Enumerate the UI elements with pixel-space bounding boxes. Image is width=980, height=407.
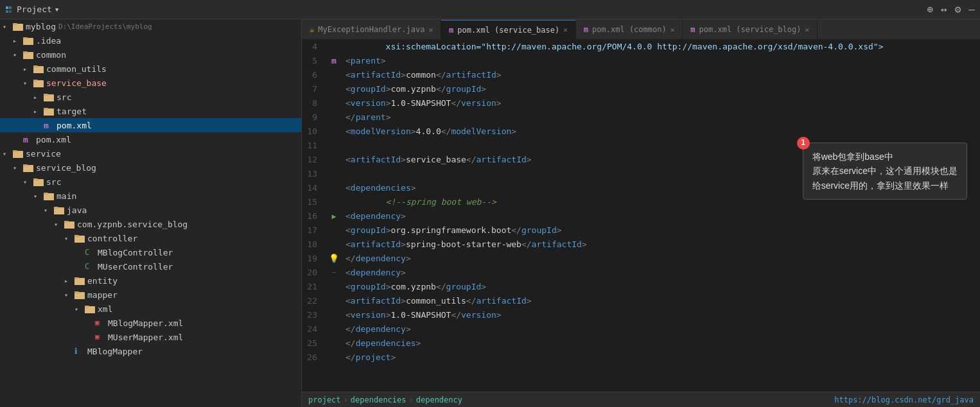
minimize-icon[interactable]: — xyxy=(968,3,975,15)
editor-content: 4567891011121314151617181920212223242526… xyxy=(302,40,980,392)
tree-item-service_blog[interactable]: ▾service_blog xyxy=(0,160,301,175)
code-line: xsi:schemaLocation="http://maven.apache.… xyxy=(346,40,980,54)
tab-close-icon[interactable]: ✕ xyxy=(428,26,433,34)
line-number: 22 xyxy=(302,294,322,308)
tab-tab-pom-service-base[interactable]: mpom.xml (service_base)✕ xyxy=(441,20,576,39)
tree-item-service[interactable]: ▾service xyxy=(0,146,301,160)
tree-item-myblog-root[interactable]: ▾myblogD:\IdeaProjects\myblog xyxy=(0,19,301,33)
line-number: 4 xyxy=(302,40,322,54)
gutter-cell xyxy=(328,82,340,96)
tree-arrow: ▾ xyxy=(33,193,44,200)
tree-item-java[interactable]: ▾java xyxy=(0,203,301,217)
tree-item-service_base[interactable]: ▾service_base xyxy=(0,76,301,90)
svg-rect-2 xyxy=(6,10,8,13)
svg-rect-39 xyxy=(54,207,58,209)
tree-item-controller[interactable]: ▾controller xyxy=(0,231,301,245)
tree-item-pom_xml_selected[interactable]: mpom.xml xyxy=(0,118,301,132)
svg-rect-9 xyxy=(23,37,28,39)
svg-rect-33 xyxy=(33,178,38,180)
tree-item-mblog_ctrl[interactable]: CMBlogController xyxy=(0,245,301,259)
project-title[interactable]: Project ▾ xyxy=(5,4,60,14)
code-line: <groupId>org.springframework.boot</group… xyxy=(346,223,980,238)
gutter-run-icon[interactable]: ▶ xyxy=(328,209,340,223)
tree-item-muser_ctrl[interactable]: CMUserController xyxy=(0,259,301,273)
tree-arrow: ▾ xyxy=(64,291,74,299)
project-dropdown-icon[interactable]: ▾ xyxy=(55,4,60,14)
folder-icon xyxy=(23,50,33,59)
tree-item-label: main xyxy=(57,191,76,201)
tree-item-idea[interactable]: ▸.idea xyxy=(0,33,301,48)
tree-item-mblog_mapper_xml[interactable]: ▣MBlogMapper.xml xyxy=(0,316,301,330)
main-layout: ▾myblogD:\IdeaProjects\myblog▸.idea▾comm… xyxy=(0,19,980,407)
code-line: <modelVersion>4.0.0</modelVersion> xyxy=(346,125,980,139)
tree-item-target[interactable]: ▸target xyxy=(0,104,301,118)
breadcrumb-part[interactable]: dependency xyxy=(416,395,462,404)
svg-rect-26 xyxy=(13,152,23,158)
tree-item-src[interactable]: ▸src xyxy=(0,90,301,104)
code-line: <dependency> xyxy=(346,209,980,223)
tree-item-main[interactable]: ▾main xyxy=(0,189,301,203)
svg-rect-24 xyxy=(44,108,48,110)
code-area[interactable]: xsi:schemaLocation="http://maven.apache.… xyxy=(340,40,980,392)
tab-close-icon[interactable]: ✕ xyxy=(805,26,809,34)
tab-tab-exception[interactable]: ☕MyExceptionHandler.java✕ xyxy=(302,20,441,39)
code-line: <dependency> xyxy=(346,266,980,280)
folder-icon xyxy=(74,234,85,243)
folder-icon xyxy=(44,107,54,116)
code-line: </dependencies> xyxy=(346,336,980,351)
code-line: <artifactId>spring-boot-starter-web</art… xyxy=(346,238,980,252)
locate-icon[interactable]: ⊕ xyxy=(927,3,933,15)
folder-icon xyxy=(33,64,44,73)
collapse-icon[interactable]: ↔ xyxy=(941,3,947,15)
gutter-cell xyxy=(328,238,340,252)
gutter-bulb-icon[interactable]: 💡 xyxy=(328,252,340,266)
tree-item-src2[interactable]: ▾src xyxy=(0,175,301,189)
svg-rect-11 xyxy=(23,53,33,59)
code-line: <version>1.0-SNAPSHOT</version> xyxy=(346,96,980,110)
svg-rect-48 xyxy=(74,277,79,279)
code-line: <groupId>com.yzpnb</groupId> xyxy=(346,82,980,96)
svg-rect-53 xyxy=(85,307,95,313)
tree-item-label: java xyxy=(67,205,87,215)
tree-item-com_pkg[interactable]: ▾com.yzpnb.service_blog xyxy=(0,217,301,231)
gutter-cell: m xyxy=(328,54,340,68)
tab-type-icon: ☕ xyxy=(310,25,314,34)
folder-icon xyxy=(74,290,85,299)
gutter-cell xyxy=(328,68,340,82)
breadcrumb-separator: › xyxy=(344,395,348,404)
line-number: 25 xyxy=(302,336,322,351)
tree-item-xml[interactable]: ▾xml xyxy=(0,302,301,316)
tree-item-pom_xml_common[interactable]: mpom.xml xyxy=(0,132,301,146)
tree-item-label: service_blog xyxy=(36,163,96,173)
gutter-cell xyxy=(328,125,340,139)
tab-close-icon[interactable]: ✕ xyxy=(670,26,675,34)
tab-close-icon[interactable]: ✕ xyxy=(563,26,568,34)
line-number: 12 xyxy=(302,153,322,167)
project-icon xyxy=(5,5,14,14)
breadcrumb-part[interactable]: dependencies xyxy=(351,395,407,404)
line-number: 16 xyxy=(302,209,322,223)
tree-item-label: service_base xyxy=(46,78,107,88)
svg-rect-45 xyxy=(74,235,79,237)
settings-icon[interactable]: ⚙ xyxy=(955,3,961,15)
svg-rect-18 xyxy=(33,80,38,82)
tree-item-common_utils[interactable]: ▸common_utils xyxy=(0,62,301,76)
tree-item-mapper[interactable]: ▾mapper xyxy=(0,288,301,302)
line-number: 26 xyxy=(302,351,322,365)
tree-item-label: controller xyxy=(87,234,137,243)
tree-item-entity[interactable]: ▸entity xyxy=(0,273,301,288)
svg-rect-23 xyxy=(44,110,54,116)
breadcrumb-part[interactable]: project xyxy=(308,395,341,404)
tab-type-icon: m xyxy=(584,25,588,34)
sidebar: ▾myblogD:\IdeaProjects\myblog▸.idea▾comm… xyxy=(0,19,302,407)
url-bar[interactable]: https://blog.csdn.net/grd_java xyxy=(834,395,974,404)
gutter-fold-icon[interactable]: − xyxy=(328,266,340,280)
tree-item-muser_mapper_xml[interactable]: ▣MUserMapper.xml xyxy=(0,330,301,344)
tree-item-common[interactable]: ▾common xyxy=(0,48,301,62)
code-line: <version>1.0-SNAPSHOT</version> xyxy=(346,308,980,322)
tab-tab-pom-service-blog[interactable]: mpom.xml (service_blog)✕ xyxy=(683,20,818,39)
tab-label: pom.xml (service_base) xyxy=(457,26,559,35)
tab-tab-pom-common[interactable]: mpom.xml (common)✕ xyxy=(576,20,683,39)
tree-item-mblog_mapper[interactable]: ℹMBlogMapper xyxy=(0,344,301,358)
line-number: 20 xyxy=(302,266,322,280)
